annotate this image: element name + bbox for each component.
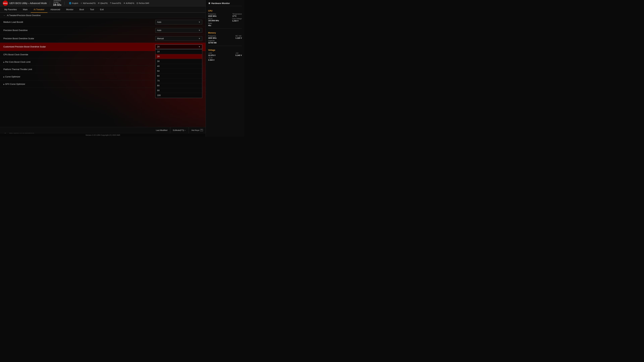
hw-mem-freq-col: Frequency 4800 MHz: [208, 35, 216, 39]
tool-search-label: Search(F9): [112, 2, 121, 4]
dropdown-option-5x[interactable]: 5X: [156, 69, 202, 73]
sidebar-item-exit[interactable]: Exit: [97, 6, 107, 12]
hw-cpu-bclk-label: BCLK: [208, 18, 219, 19]
hw-volt-12v-value: 12.076 V: [208, 54, 216, 56]
resizebar-icon: ⊡: [136, 2, 138, 4]
tool-myfavorite[interactable]: ☆ MyFavorite(F3): [80, 2, 96, 4]
hw-mem-mcvolt-label: MC Volt: [236, 35, 242, 37]
dropdown-option-9x[interactable]: 9X: [156, 88, 202, 93]
hw-cpu-freq-label: Frequency: [208, 13, 216, 15]
hw-volt-12v-5v-row: +12V 12.076 V +5V 5.140 V: [208, 52, 242, 56]
settings-list: Medium Load Boostit Auto ▼ Precision Boo…: [0, 18, 206, 127]
question-icon: ?: [110, 2, 111, 4]
tool-search[interactable]: ? Search(F9): [110, 2, 121, 4]
hw-mem-capacity-col: Capacity 32768 MB: [208, 40, 217, 44]
setting-label: Precision Boost Overdrive Scalar: [3, 37, 155, 40]
fan-icon: ⟳: [98, 2, 100, 4]
last-modified-button[interactable]: Last Modified: [153, 127, 170, 133]
bios-title: UEFI BIOS Utility – Advanced Mode: [10, 2, 47, 4]
customized-pbo-scalar-dropdown[interactable]: 2X ▼: [155, 44, 202, 49]
back-arrow-icon[interactable]: ←: [3, 14, 6, 16]
sidebar-item-tool[interactable]: Tool: [87, 6, 97, 12]
sidebar-item-monitor[interactable]: Monitor: [63, 6, 76, 12]
tool-qfan-label: Qfan(F6): [100, 2, 108, 4]
sidebar-item-advanced[interactable]: Advanced: [48, 6, 63, 12]
hot-keys-label: Hot Keys: [192, 129, 200, 131]
datetime-block: 12/25/2022Sunday 18:32⚙: [53, 0, 62, 6]
page-wrapper: ROG UEFI BIOS Utility – Advanced Mode 12…: [0, 0, 244, 137]
hw-volt-33v-row: +3.3V 3.344 V: [208, 57, 242, 61]
tool-english[interactable]: 🌐 English: [69, 2, 78, 4]
dropdown-option-3x[interactable]: 3X: [156, 59, 202, 64]
hw-cpu-freq-value: 4500 MHz: [208, 15, 216, 17]
date-display: 12/25/2022Sunday: [54, 0, 61, 3]
pbo-scalar-dropdown-list: 1X 2X 3X 4X 5X 6X 7X 8X 9X 10X: [155, 49, 202, 98]
hw-volt-33v-col: +3.3V 3.344 V: [208, 57, 214, 61]
sidebar-item-main[interactable]: Main: [20, 6, 30, 12]
hw-volt-33v-label: +3.3V: [208, 57, 214, 59]
dropdown-arrow-icon: ▼: [198, 29, 200, 31]
svg-text:ROG: ROG: [3, 2, 8, 4]
hw-voltage-section-title: Voltage: [208, 49, 242, 51]
pbo-dropdown[interactable]: Auto ▼: [155, 28, 202, 33]
hw-cpu-section-title: CPU: [208, 10, 242, 12]
hw-cpu-freq-col: Frequency 4500 MHz: [208, 13, 216, 17]
dropdown-option-7x[interactable]: 7X: [156, 78, 202, 83]
pbo-scalar-value: Manual ▼: [155, 36, 202, 41]
sidebar-item-ai-tweaker[interactable]: Ai Tweaker: [31, 6, 48, 13]
hw-cpu-bclk-col: BCLK 100.0000 MHz: [208, 18, 219, 22]
hw-mem-mcvolt-value: 1.120 V: [236, 37, 242, 39]
last-modified-label: Last Modified: [156, 129, 167, 131]
hw-cpu-temp-col: Temperature 17°C: [232, 13, 242, 17]
hw-volt-12v-col: +12V 12.076 V: [208, 52, 216, 56]
hw-mem-capacity-label: Capacity: [208, 40, 217, 41]
hot-keys-icon: ?: [200, 129, 203, 131]
pbo-scalar-dropdown[interactable]: Manual ▼: [155, 36, 202, 41]
breadcrumb: ← Ai Tweaker\Precision Boost Overdrive: [0, 13, 206, 18]
hw-cpu-ratio-value: 45x: [208, 24, 212, 26]
ez-mode-label: EzMode(F7)|→: [173, 129, 186, 131]
hw-volt-33v-value: 3.344 V: [208, 59, 214, 61]
setting-label: CPU Boost Clock Override: [3, 53, 155, 56]
hw-mem-freq-mcvolt-row: Frequency 4800 MHz MC Volt 1.120 V: [208, 35, 242, 39]
logo-area: ROG UEFI BIOS Utility – Advanced Mode: [3, 0, 47, 6]
ez-mode-button[interactable]: EzMode(F7)|→: [170, 127, 189, 133]
medium-load-boostit-dropdown[interactable]: Auto ▼: [155, 20, 202, 24]
tool-resizebar[interactable]: ⊡ ReSize BAR: [136, 2, 149, 4]
dropdown-arrow-icon: ▼: [198, 45, 200, 48]
top-bar-divider: [50, 1, 50, 5]
customized-pbo-scalar-value: 2X ▼ 1X 2X 3X 4X 5X 6X 7X 8X: [155, 44, 202, 49]
aura-icon: ✦: [124, 2, 125, 4]
hw-monitor-title-text: Hardware Monitor: [211, 2, 230, 4]
dropdown-option-10x[interactable]: 10X: [156, 93, 202, 98]
tool-english-label: English: [72, 2, 78, 4]
hw-mem-capacity-row: Capacity 32768 MB: [208, 40, 242, 44]
tool-aura[interactable]: ✦ AURA(F4): [124, 2, 134, 4]
setting-label: Precision Boost Overdrive: [3, 29, 155, 31]
dropdown-option-8x[interactable]: 8X: [156, 83, 202, 88]
hw-cpu-ratio-row: Ratio 45x: [208, 22, 242, 26]
bottom-bar: Last Modified EzMode(F7)|→ Hot Keys ?: [0, 127, 206, 133]
tool-resizebar-label: ReSize BAR: [139, 2, 149, 4]
hot-keys-button[interactable]: Hot Keys ?: [189, 127, 206, 133]
hw-cpu-corevolt-value: 1.232 V: [232, 20, 242, 22]
dropdown-arrow-icon: ▼: [198, 21, 200, 23]
sidebar-item-boot[interactable]: Boot: [76, 6, 87, 12]
hw-mem-mcvolt-col: MC Volt 1.120 V: [236, 35, 242, 39]
hw-cpu-ratio-label: Ratio: [208, 22, 212, 24]
hw-volt-12v-label: +12V: [208, 52, 216, 54]
hw-cpu-temp-value: 17°C: [232, 15, 242, 17]
globe-icon: 🌐: [69, 2, 72, 4]
dropdown-option-4x[interactable]: 4X: [156, 64, 202, 69]
dropdown-option-2x[interactable]: 2X: [156, 54, 202, 59]
hw-monitor-title: 🖥 Hardware Monitor: [208, 2, 242, 6]
monitor-screen-icon: 🖥: [208, 2, 210, 4]
time-display: 18:32⚙: [53, 3, 62, 6]
sidebar-item-my-favorites[interactable]: My Favorites: [1, 6, 20, 12]
hw-volt-5v-label: +5V: [236, 52, 242, 54]
dropdown-option-1x[interactable]: 1X: [156, 49, 202, 54]
dropdown-option-6x[interactable]: 6X: [156, 73, 202, 78]
list-item: Precision Boost Overdrive Scalar Manual …: [0, 34, 206, 43]
tool-qfan[interactable]: ⟳ Qfan(F6): [98, 2, 108, 4]
version-text: Version 2.22.1284 Copyright (C) 2022 AMI: [86, 134, 120, 136]
